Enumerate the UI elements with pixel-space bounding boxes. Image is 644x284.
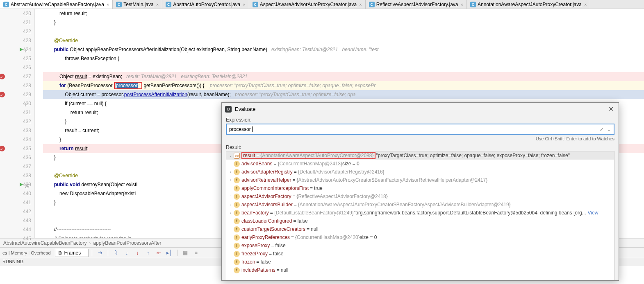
field-icon: f (234, 185, 240, 192)
tree-field-includePatterns[interactable]: fincludePatterns=null (226, 266, 614, 274)
tab-annotationawareaspectjautoproxycreator[interactable]: CAnnotationAwareAspectJAutoProxyCreator.… (467, 0, 590, 9)
breakpoint-icon[interactable] (0, 74, 5, 79)
trace-icon[interactable]: ≡ (191, 248, 200, 257)
close-tab-icon[interactable]: × (107, 2, 109, 7)
code-line[interactable] (43, 27, 644, 36)
field-icon: f (234, 169, 240, 175)
step-out-icon[interactable]: ↑ (143, 248, 152, 257)
step-over-icon[interactable]: ⤵ (112, 248, 121, 257)
code-line[interactable] (43, 63, 644, 72)
code-line[interactable]: Object current = processor.postProcessAf… (43, 90, 644, 99)
field-icon: f (234, 218, 240, 224)
close-tab-icon[interactable]: × (584, 2, 587, 7)
field-icon: f (234, 210, 240, 216)
code-line[interactable]: @Override (43, 36, 644, 45)
java-class-icon: C (166, 2, 171, 7)
java-class-icon: C (3, 2, 9, 7)
dialog-icon: IJ (225, 106, 232, 113)
tab-abstractautoproxycreator[interactable]: CAbstractAutoProxyCreator.java× (162, 0, 249, 9)
view-link[interactable]: View (588, 210, 598, 216)
tree-field-beanFactory[interactable]: ›fbeanFactory={DefaultListableBeanFactor… (226, 209, 614, 217)
code-line[interactable]: throws BeansException { (43, 54, 644, 63)
tree-field-applyCommonInterceptorsFirst[interactable]: fapplyCommonInterceptorsFirst=true (226, 184, 614, 192)
java-class-icon: C (470, 2, 476, 7)
breakpoint-icon[interactable] (0, 92, 5, 97)
expand-icon[interactable]: ⤢ (598, 126, 605, 133)
field-icon: f (234, 202, 240, 208)
field-icon: f (234, 267, 240, 273)
field-icon: f (234, 226, 240, 232)
code-line[interactable]: for (BeanPostProcessor processor : getBe… (43, 81, 644, 90)
run-to-cursor-icon[interactable]: ▸│ (165, 248, 174, 257)
evaluate-dialog: IJ Evaluate ✕ Expression: processor ⤢ ⌄ … (221, 102, 619, 281)
field-icon: f (234, 243, 240, 249)
debug-tabs-label[interactable]: es | Memory | Overhead (2, 250, 51, 255)
tree-field-classLoaderConfigured[interactable]: fclassLoaderConfigured=false (226, 217, 614, 225)
tree-field-earlyProxyReferences[interactable]: fearlyProxyReferences={ConcurrentHashMap… (226, 233, 614, 241)
java-class-icon: C (253, 2, 258, 7)
close-icon[interactable]: ✕ (607, 105, 615, 113)
close-tab-icon[interactable]: × (243, 2, 245, 7)
evaluate-icon[interactable]: ▦ (181, 248, 190, 257)
tree-field-advisorAdapterRegistry[interactable]: ›fadvisorAdapterRegistry={DefaultAdvisor… (226, 168, 614, 176)
tree-field-frozen[interactable]: ffrozen=false (226, 258, 614, 266)
history-dropdown-icon[interactable]: ⌄ (605, 126, 612, 133)
tree-field-aspectJAdvisorFactory[interactable]: ›faspectJAdvisorFactory={ReflectiveAspec… (226, 192, 614, 201)
show-exec-point-icon[interactable]: ➔ (96, 248, 105, 257)
dialog-titlebar[interactable]: IJ Evaluate ✕ (222, 103, 619, 115)
breakpoint-icon[interactable] (0, 146, 5, 151)
tree-field-customTargetSourceCreators[interactable]: fcustomTargetSourceCreators=null (226, 225, 614, 233)
frames-dropdown[interactable]: 🗎Frames (55, 249, 89, 257)
result-label: Result: (226, 144, 614, 150)
code-line[interactable]: Object result = existingBean; result: Te… (43, 72, 644, 81)
tree-field-advisorRetrievalHelper[interactable]: ›fadvisorRetrievalHelper={AbstractAdviso… (226, 176, 614, 184)
drop-frame-icon[interactable]: ⇤ (154, 248, 163, 257)
code-line[interactable]: } (43, 18, 644, 27)
expression-input[interactable]: processor ⤢ ⌄ (226, 124, 614, 135)
field-icon: f (234, 161, 240, 167)
run-gutter-icon[interactable] (20, 183, 23, 187)
tree-root[interactable]: ⌄ooresult={AnnotationAwareAspectJAutoPro… (226, 151, 614, 160)
tree-field-aspectJAdvisorsBuilder[interactable]: ›faspectJAdvisorsBuilder={AnnotationAwar… (226, 201, 614, 209)
hint-text: Use Ctrl+Shift+Enter to add to Watches (226, 136, 614, 141)
code-line[interactable]: return result; (43, 9, 644, 18)
java-class-icon: C (116, 2, 122, 7)
object-icon: oo (234, 153, 240, 159)
close-tab-icon[interactable]: × (359, 2, 362, 7)
step-into-icon[interactable]: ↓ (122, 248, 131, 257)
field-icon: f (234, 259, 240, 265)
gutter: 420421422423424I425426427428429430I43143… (0, 9, 35, 238)
run-gutter-icon[interactable] (20, 47, 23, 52)
tree-field-freezeProxy[interactable]: ffreezeProxy=false (226, 250, 614, 258)
tab-testmain[interactable]: CTestMain.java× (113, 0, 162, 9)
editor-tabs: CAbstractAutowireCapableBeanFactory.java… (0, 0, 644, 9)
code-line[interactable]: public Object applyBeanPostProcessorsAft… (43, 45, 644, 54)
dialog-title: Evaluate (235, 106, 607, 112)
close-tab-icon[interactable]: × (156, 2, 159, 7)
field-icon: f (234, 194, 240, 200)
field-icon: f (234, 234, 240, 241)
tab-reflectiveaspectjadvisorfactory[interactable]: CReflectiveAspectJAdvisorFactory.java× (366, 0, 467, 9)
tree-field-exposeProxy[interactable]: fexposeProxy=false (226, 241, 614, 250)
tab-abstractautowirecapablebeanfactory[interactable]: CAbstractAutowireCapableBeanFactory.java… (0, 0, 113, 9)
tab-aspectjawareadvisorautoproxycreator[interactable]: CAspectJAwareAdvisorAutoProxyCreator.jav… (249, 0, 366, 9)
crumb-method[interactable]: applyBeanPostProcessorsAfter (86, 240, 161, 246)
java-class-icon: C (369, 2, 375, 7)
field-icon: f (234, 251, 240, 257)
field-icon: f (234, 177, 240, 183)
result-tree[interactable]: ⌄ooresult={AnnotationAwareAspectJAutoPro… (226, 151, 614, 280)
force-step-into-icon[interactable]: ↓ (133, 248, 142, 257)
close-tab-icon[interactable]: × (461, 2, 463, 7)
expression-label: Expression: (226, 117, 614, 123)
tree-field-advisedBeans[interactable]: fadvisedBeans={ConcurrentHashMap@2413} s… (226, 160, 614, 168)
